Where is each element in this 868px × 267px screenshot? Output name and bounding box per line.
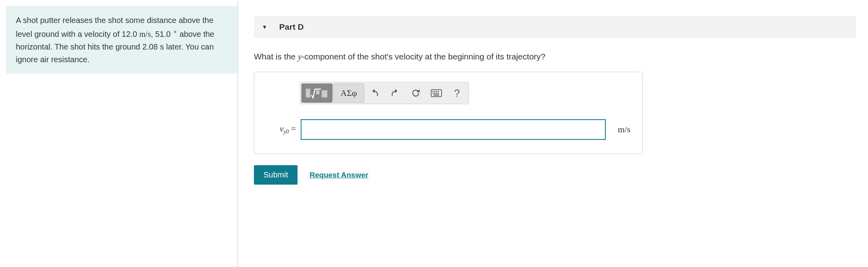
- var-eq: =: [289, 124, 296, 134]
- svg-rect-7: [438, 91, 439, 92]
- action-row: Submit Request Answer: [254, 165, 856, 185]
- svg-rect-9: [434, 93, 436, 94]
- variable-label: vy0 =: [266, 124, 296, 135]
- answer-area: ΑΣφ ? vy0 = m/s: [254, 72, 643, 154]
- question-yvar: y: [298, 52, 301, 61]
- svg-rect-8: [432, 93, 434, 94]
- unit-label: m/s: [618, 124, 630, 135]
- undo-button[interactable]: [364, 84, 385, 103]
- part-header[interactable]: ▼ Part D: [254, 16, 856, 38]
- submit-button[interactable]: Submit: [254, 165, 298, 185]
- svg-rect-12: [434, 95, 439, 96]
- svg-rect-11: [438, 93, 439, 94]
- degree-symbol: ∘: [173, 28, 177, 35]
- part-title: Part D: [279, 22, 304, 32]
- keyboard-button[interactable]: [426, 84, 447, 103]
- svg-rect-4: [432, 91, 434, 92]
- var-v: v: [280, 124, 284, 134]
- collapse-caret-icon[interactable]: ▼: [262, 24, 267, 30]
- svg-rect-2: [322, 90, 327, 97]
- var-sub: y0: [284, 129, 289, 135]
- reset-button[interactable]: [405, 84, 426, 103]
- svg-rect-6: [436, 91, 437, 92]
- left-panel: A shot putter releases the shot some dis…: [0, 0, 238, 267]
- problem-statement: A shot putter releases the shot some dis…: [6, 6, 238, 74]
- svg-rect-0: [306, 89, 310, 97]
- svg-rect-10: [436, 93, 437, 94]
- answer-input[interactable]: [301, 119, 606, 140]
- request-answer-link[interactable]: Request Answer: [309, 171, 368, 179]
- question-text: What is the y-component of the shot's ve…: [254, 52, 856, 62]
- right-panel: ▼ Part D What is the y-component of the …: [246, 0, 868, 267]
- template-icon: [305, 87, 329, 99]
- svg-rect-1: [316, 90, 319, 94]
- question-before: What is the: [254, 52, 298, 61]
- template-button[interactable]: [301, 84, 332, 103]
- input-row: vy0 = m/s: [266, 119, 630, 140]
- redo-button[interactable]: [385, 84, 405, 103]
- equation-toolbar: ΑΣφ ?: [300, 82, 469, 104]
- greek-letters-button[interactable]: ΑΣφ: [333, 84, 364, 103]
- problem-text-2: , 51.0: [151, 30, 173, 38]
- svg-rect-5: [434, 91, 436, 92]
- help-button[interactable]: ?: [447, 84, 467, 103]
- velocity-unit: m/s: [139, 30, 151, 38]
- question-after: -component of the shot's velocity at the…: [301, 52, 545, 61]
